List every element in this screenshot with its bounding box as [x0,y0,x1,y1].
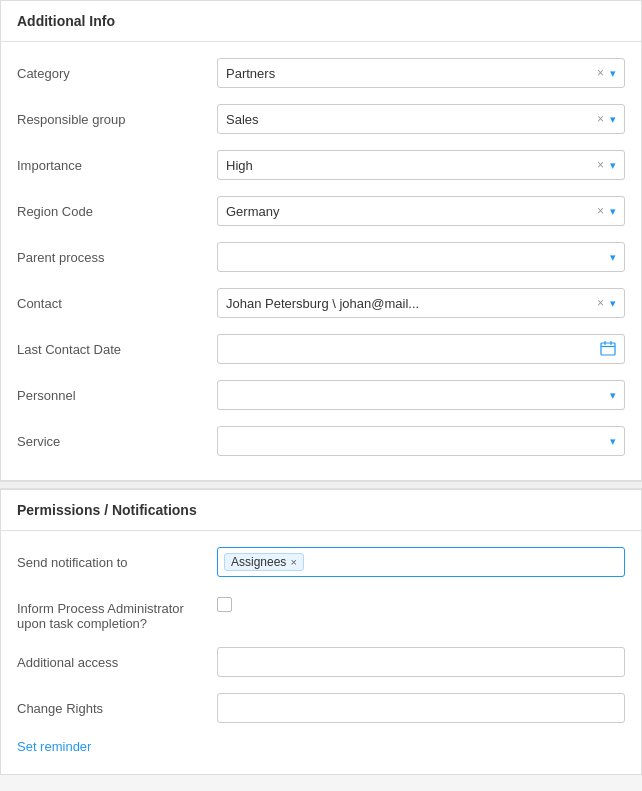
change-rights-row: Change Rights [17,685,625,731]
inform-admin-control [217,595,625,612]
category-value: Partners [226,66,595,81]
change-rights-input[interactable] [217,693,625,723]
section-divider [0,481,642,489]
personnel-select[interactable]: ▾ [217,380,625,410]
contact-label: Contact [17,296,217,311]
additional-info-body: Category Partners × ▾ Responsible group … [1,42,641,480]
service-select[interactable]: ▾ [217,426,625,456]
category-label: Category [17,66,217,81]
assignees-tag-label: Assignees [231,555,286,569]
last-contact-date-row: Last Contact Date [17,326,625,372]
inform-admin-label: Inform Process Administrator upon task c… [17,595,217,631]
additional-info-section: Additional Info Category Partners × ▾ Re… [0,0,642,481]
personnel-chevron-icon: ▾ [610,389,616,402]
importance-row: Importance High × ▾ [17,142,625,188]
last-contact-date-control [217,334,625,364]
region-code-value: Germany [226,204,595,219]
personnel-row: Personnel ▾ [17,372,625,418]
permissions-notifications-section: Permissions / Notifications Send notific… [0,489,642,775]
parent-process-row: Parent process ▾ [17,234,625,280]
contact-clear-btn[interactable]: × [595,296,606,310]
category-clear-btn[interactable]: × [595,66,606,80]
responsible-group-row: Responsible group Sales × ▾ [17,96,625,142]
importance-control: High × ▾ [217,150,625,180]
parent-process-label: Parent process [17,250,217,265]
region-code-clear-btn[interactable]: × [595,204,606,218]
permissions-notifications-title: Permissions / Notifications [1,490,641,531]
responsible-group-label: Responsible group [17,112,217,127]
personnel-label: Personnel [17,388,217,403]
region-code-select[interactable]: Germany × ▾ [217,196,625,226]
region-code-label: Region Code [17,204,217,219]
service-control: ▾ [217,426,625,456]
region-code-actions: × ▾ [595,204,616,218]
category-select[interactable]: Partners × ▾ [217,58,625,88]
importance-label: Importance [17,158,217,173]
send-notification-control: Assignees × [217,547,625,577]
service-label: Service [17,434,217,449]
additional-access-row: Additional access [17,639,625,685]
importance-select[interactable]: High × ▾ [217,150,625,180]
contact-chevron-icon: ▾ [610,297,616,310]
permissions-notifications-body: Send notification to Assignees × Inform … [1,531,641,774]
send-notification-row: Send notification to Assignees × [17,539,625,585]
svg-rect-0 [601,343,615,355]
responsible-group-chevron-icon: ▾ [610,113,616,126]
inform-admin-checkbox[interactable] [217,597,232,612]
additional-access-input[interactable] [217,647,625,677]
assignees-tag: Assignees × [224,553,304,571]
calendar-icon[interactable] [600,340,616,359]
change-rights-label: Change Rights [17,701,217,716]
parent-process-select[interactable]: ▾ [217,242,625,272]
category-control: Partners × ▾ [217,58,625,88]
personnel-control: ▾ [217,380,625,410]
last-contact-date-field[interactable] [217,334,625,364]
region-code-row: Region Code Germany × ▾ [17,188,625,234]
responsible-group-value: Sales [226,112,595,127]
responsible-group-actions: × ▾ [595,112,616,126]
change-rights-control [217,693,625,723]
contact-actions: × ▾ [595,296,616,310]
additional-access-control [217,647,625,677]
assignees-tag-remove[interactable]: × [290,556,296,568]
importance-clear-btn[interactable]: × [595,158,606,172]
importance-actions: × ▾ [595,158,616,172]
responsible-group-select[interactable]: Sales × ▾ [217,104,625,134]
region-code-control: Germany × ▾ [217,196,625,226]
service-row: Service ▾ [17,418,625,464]
responsible-group-control: Sales × ▾ [217,104,625,134]
additional-info-title: Additional Info [1,1,641,42]
parent-process-chevron-icon: ▾ [610,251,616,264]
contact-row: Contact Johan Petersburg \ johan@mail...… [17,280,625,326]
contact-control: Johan Petersburg \ johan@mail... × ▾ [217,288,625,318]
inform-admin-row: Inform Process Administrator upon task c… [17,585,625,639]
category-chevron-icon: ▾ [610,67,616,80]
category-actions: × ▾ [595,66,616,80]
importance-chevron-icon: ▾ [610,159,616,172]
last-contact-date-label: Last Contact Date [17,342,217,357]
responsible-group-clear-btn[interactable]: × [595,112,606,126]
set-reminder-link[interactable]: Set reminder [17,731,91,758]
send-notification-label: Send notification to [17,555,217,570]
contact-select[interactable]: Johan Petersburg \ johan@mail... × ▾ [217,288,625,318]
send-notification-input[interactable]: Assignees × [217,547,625,577]
parent-process-control: ▾ [217,242,625,272]
importance-value: High [226,158,595,173]
service-chevron-icon: ▾ [610,435,616,448]
contact-value: Johan Petersburg \ johan@mail... [226,296,595,311]
additional-access-label: Additional access [17,655,217,670]
category-row: Category Partners × ▾ [17,50,625,96]
region-code-chevron-icon: ▾ [610,205,616,218]
